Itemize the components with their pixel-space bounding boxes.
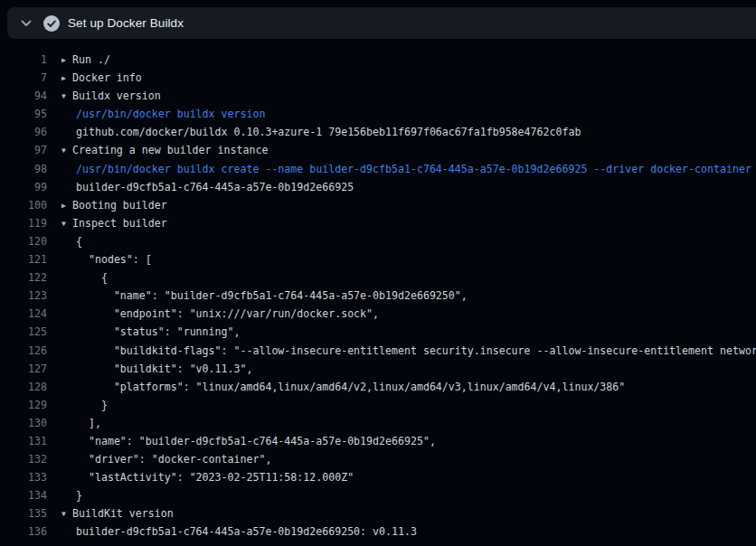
log-line: 136 builder-d9cfb5a1-c764-445a-a57e-0b19… xyxy=(0,522,756,541)
log-text[interactable]: BuildKit version xyxy=(72,507,174,520)
log-line: 127 "buildkit": "v0.11.3", xyxy=(0,360,756,378)
line-number[interactable]: 123 xyxy=(0,287,47,305)
group-arrow-expanded-icon[interactable]: ▼ xyxy=(61,88,72,105)
log-text: github.com/docker/buildx 0.10.3+azure-1 … xyxy=(76,126,581,138)
group-arrow-expanded-icon[interactable]: ▼ xyxy=(61,142,72,159)
line-number[interactable]: 97 xyxy=(0,141,47,159)
chevron-down-icon[interactable] xyxy=(20,17,33,30)
group-arrow-expanded-icon[interactable]: ▼ xyxy=(61,215,72,232)
group-arrow-collapsed-icon[interactable]: ▶ xyxy=(61,70,72,87)
log-line: 129 } xyxy=(0,396,756,414)
log-text: "name": "builder-d9cfb5a1-c764-445a-a57e… xyxy=(76,435,436,447)
group-arrow-expanded-icon[interactable]: ▼ xyxy=(61,505,72,522)
log-line: 98 /usr/bin/docker buildx create --name … xyxy=(0,160,756,178)
group-arrow-collapsed-icon[interactable]: ▶ xyxy=(61,197,72,214)
line-number[interactable]: 7 xyxy=(0,69,47,87)
log-line: 126 "buildkitd-flags": "--allow-insecure… xyxy=(0,342,756,360)
log-line: 128 "platforms": "linux/amd64,linux/amd6… xyxy=(0,378,756,396)
line-number[interactable]: 99 xyxy=(0,178,47,196)
line-number[interactable]: 124 xyxy=(0,305,47,323)
line-number[interactable]: 121 xyxy=(0,250,47,268)
group-arrow-collapsed-icon[interactable]: ▶ xyxy=(61,52,72,69)
line-number[interactable]: 129 xyxy=(0,396,47,414)
log-text: "endpoint": "unix:///var/run/docker.sock… xyxy=(76,307,379,320)
line-number[interactable]: 126 xyxy=(0,342,47,360)
line-number[interactable]: 135 xyxy=(0,504,47,522)
line-number[interactable]: 96 xyxy=(0,123,47,141)
log-text: /usr/bin/docker buildx create --name bui… xyxy=(76,163,751,175)
log-text: "nodes": [ xyxy=(76,253,152,266)
log-text[interactable]: Run ./ xyxy=(72,53,110,66)
log-line[interactable]: 135 ▼BuildKit version xyxy=(0,504,756,522)
log-text: "platforms": "linux/amd64,linux/amd64/v2… xyxy=(76,381,625,393)
line-number[interactable]: 95 xyxy=(0,105,47,123)
log-text: "lastActivity": "2023-02-25T11:58:12.000… xyxy=(76,471,354,484)
log-line[interactable]: 94 ▼Buildx version xyxy=(0,87,756,105)
line-number[interactable]: 125 xyxy=(0,323,47,341)
log-line: 99 builder-d9cfb5a1-c764-445a-a57e-0b19d… xyxy=(0,178,756,196)
log-text[interactable]: Buildx version xyxy=(72,89,161,102)
log-text: "buildkitd-flags": "--allow-insecure-ent… xyxy=(76,344,756,357)
log-text[interactable]: Inspect builder xyxy=(72,217,167,230)
log-text: /usr/bin/docker buildx version xyxy=(76,108,265,120)
log-text: "status": "running", xyxy=(76,325,240,338)
log-line[interactable]: 97 ▼Creating a new builder instance xyxy=(0,141,756,159)
log-line[interactable]: 7 ▶Docker info xyxy=(0,69,756,87)
line-number[interactable]: 120 xyxy=(0,232,47,250)
log-text: } xyxy=(76,399,108,411)
line-number[interactable]: 1 xyxy=(0,51,47,69)
log-line: 131 "name": "builder-d9cfb5a1-c764-445a-… xyxy=(0,432,756,450)
line-number[interactable]: 130 xyxy=(0,414,47,432)
log-line: 124 "endpoint": "unix:///var/run/docker.… xyxy=(0,305,756,323)
log-line: 123 "name": "builder-d9cfb5a1-c764-445a-… xyxy=(0,287,756,305)
line-number[interactable]: 131 xyxy=(0,432,47,450)
step-title: Set up Docker Buildx xyxy=(68,16,184,30)
log-line[interactable]: 119 ▼Inspect builder xyxy=(0,214,756,232)
log-line: 121 "nodes": [ xyxy=(0,250,756,268)
log-text: { xyxy=(76,235,82,248)
log-text: ], xyxy=(76,417,101,429)
check-circle-icon xyxy=(43,15,60,32)
line-number[interactable]: 100 xyxy=(0,196,47,214)
log-text: "name": "builder-d9cfb5a1-c764-445a-a57e… xyxy=(76,289,468,302)
line-number[interactable]: 94 xyxy=(0,87,47,105)
log-line: 134 } xyxy=(0,486,756,504)
log-line: 125 "status": "running", xyxy=(0,323,756,341)
log-text[interactable]: Booting builder xyxy=(72,199,167,212)
log-line: 133 "lastActivity": "2023-02-25T11:58:12… xyxy=(0,468,756,486)
log-text: } xyxy=(76,489,82,502)
log-area: 1 ▶Run ./ 7 ▶Docker info 94 ▼Buildx vers… xyxy=(0,39,756,541)
step-header[interactable]: Set up Docker Buildx xyxy=(7,7,756,39)
line-number[interactable]: 128 xyxy=(0,378,47,396)
line-number[interactable]: 98 xyxy=(0,160,47,178)
log-line: 120 { xyxy=(0,232,756,250)
line-number[interactable]: 127 xyxy=(0,360,47,378)
log-text: { xyxy=(76,271,108,284)
line-number[interactable]: 122 xyxy=(0,268,47,287)
log-line: 96 github.com/docker/buildx 0.10.3+azure… xyxy=(0,123,756,141)
log-text: "buildkit": "v0.11.3", xyxy=(76,362,252,375)
log-line[interactable]: 100 ▶Booting builder xyxy=(0,196,756,214)
log-line: 95 /usr/bin/docker buildx version xyxy=(0,105,756,123)
log-text: "driver": "docker-container", xyxy=(76,453,271,466)
log-viewer: Set up Docker Buildx 1 ▶Run ./ 7 ▶Docker… xyxy=(0,0,756,546)
line-number[interactable]: 133 xyxy=(0,468,47,486)
log-line: 122 { xyxy=(0,268,756,287)
log-line[interactable]: 1 ▶Run ./ xyxy=(0,51,756,69)
log-text[interactable]: Docker info xyxy=(72,71,142,84)
line-number[interactable]: 134 xyxy=(0,486,47,504)
line-number[interactable]: 119 xyxy=(0,214,47,232)
line-number[interactable]: 136 xyxy=(0,522,47,541)
log-text[interactable]: Creating a new builder instance xyxy=(72,144,268,156)
line-number[interactable]: 132 xyxy=(0,450,47,468)
log-text: builder-d9cfb5a1-c764-445a-a57e-0b19d2e6… xyxy=(76,181,354,193)
log-line: 132 "driver": "docker-container", xyxy=(0,450,756,468)
log-line: 130 ], xyxy=(0,414,756,432)
log-text: builder-d9cfb5a1-c764-445a-a57e-0b19d2e6… xyxy=(76,525,417,538)
